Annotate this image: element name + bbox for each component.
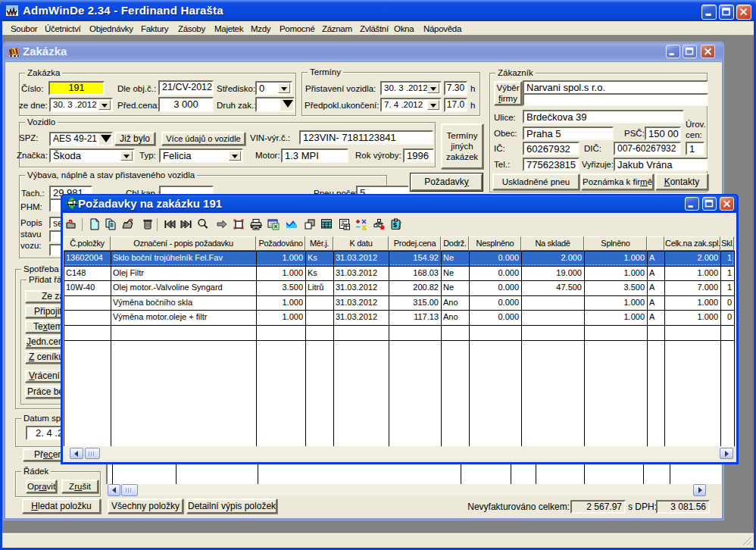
svg-text:$: $ (393, 221, 397, 229)
